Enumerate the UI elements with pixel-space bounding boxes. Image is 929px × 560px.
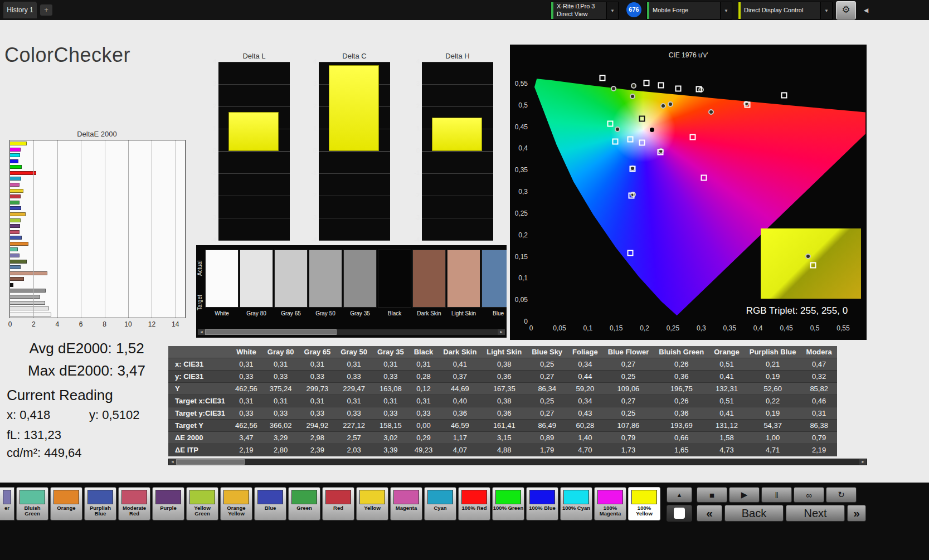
pattern-button[interactable]: Purplish Blue: [84, 487, 116, 520]
target-marker: [628, 137, 634, 143]
cell: 0,33: [262, 371, 299, 383]
cell: 0,33: [262, 407, 299, 420]
gridline: [218, 173, 290, 174]
chevron-down-icon[interactable]: ▼: [820, 2, 832, 19]
pattern-button-label: Orange: [51, 505, 82, 511]
table-row: y: CIE310,330,330,330,330,330,280,370,36…: [168, 371, 837, 383]
pattern-button[interactable]: Purple: [152, 487, 184, 520]
scrollbar-thumb[interactable]: [176, 459, 245, 465]
axis-tick-label: 0,2: [510, 231, 528, 239]
axis-tick-label: 0,4: [748, 324, 767, 332]
gear-icon[interactable]: ⚙: [836, 1, 856, 20]
target-marker: [696, 86, 702, 92]
axis-tick-label: 0,4: [510, 144, 528, 152]
swatch-color-block: [240, 250, 273, 308]
scroll-right-icon[interactable]: ►: [859, 459, 867, 465]
pattern-button-label: 100% Yellow: [629, 505, 660, 517]
pattern-button[interactable]: Cyan: [424, 487, 456, 520]
chevron-down-icon[interactable]: ▼: [606, 2, 618, 19]
pattern-button[interactable]: 100% Cyan: [560, 487, 592, 520]
stop-button[interactable]: ■: [697, 487, 727, 503]
add-tab-button[interactable]: +: [40, 4, 52, 16]
axis-tick-label: 14: [172, 320, 179, 328]
play-button[interactable]: ▶: [729, 487, 760, 503]
pattern-source-dropdown[interactable]: Mobile Forge ▼: [646, 2, 732, 20]
chart-title: Delta C: [318, 52, 391, 60]
pattern-button-label: Purple: [153, 505, 184, 511]
gridline: [218, 218, 290, 218]
scrollbar-track[interactable]: [176, 459, 859, 465]
chart-title: DeltaE 2000: [8, 130, 186, 138]
pattern-button[interactable]: 100% Blue: [526, 487, 558, 520]
cell: 0,25: [603, 407, 654, 420]
tab-history-1[interactable]: History 1: [3, 2, 37, 18]
row-label: x: CIE31: [168, 358, 230, 371]
refresh-button[interactable]: ↻: [826, 487, 857, 503]
de-bar-row: [10, 153, 184, 157]
swatch-strip-scrollbar[interactable]: ◄ ►: [197, 329, 505, 335]
gridline: [319, 218, 390, 218]
pattern-button[interactable]: er: [0, 487, 14, 520]
cell: 0,31: [299, 358, 336, 371]
back-button[interactable]: Back: [724, 505, 784, 522]
measure-marker: [611, 86, 616, 91]
next-button[interactable]: Next: [786, 505, 845, 522]
de-bar: [10, 277, 24, 281]
pattern-button[interactable]: Magenta: [390, 487, 422, 520]
color-swatch: [223, 490, 249, 504]
collapse-panel-icon[interactable]: ◀: [860, 4, 872, 16]
gridline: [218, 240, 290, 241]
pattern-button[interactable]: 100% Magenta: [594, 487, 626, 520]
scrollbar-track[interactable]: [205, 329, 498, 335]
pattern-button[interactable]: Blue: [254, 487, 286, 520]
table-scrollbar[interactable]: ◄ ►: [168, 459, 867, 465]
cell: 0,33: [409, 407, 439, 420]
loop-button[interactable]: ∞: [794, 487, 824, 503]
pattern-button[interactable]: Green: [288, 487, 320, 520]
cie-diagram-panel: CIE 1976 u'v' 0,550,50,450,40,350,30,250…: [510, 45, 867, 340]
gridline: [319, 240, 390, 241]
pattern-button[interactable]: Orange: [50, 487, 82, 520]
last-pattern-button[interactable]: »: [847, 505, 866, 522]
rgb-triplet-label: RGB Triplet: 255, 255, 0: [732, 305, 862, 316]
pattern-button[interactable]: Bluish Green: [16, 487, 48, 520]
target-marker: [644, 80, 650, 86]
pattern-scroll-up-button[interactable]: ▲: [667, 487, 692, 503]
cell: 0,25: [527, 358, 567, 371]
pattern-button[interactable]: 100% Green: [492, 487, 524, 520]
cell: 0,26: [654, 395, 709, 407]
pause-button[interactable]: ‖: [761, 487, 792, 503]
gridline: [152, 140, 152, 318]
scroll-left-icon[interactable]: ◄: [198, 329, 205, 335]
pattern-button[interactable]: 100% Red: [458, 487, 490, 520]
scroll-right-icon[interactable]: ►: [498, 329, 505, 335]
scroll-left-icon[interactable]: ◄: [169, 459, 176, 465]
de-bar-row: [10, 206, 184, 210]
pattern-button[interactable]: 100% Yellow: [628, 487, 660, 520]
row-label: y: CIE31: [168, 371, 230, 383]
cell: 0,31: [230, 395, 262, 407]
swatch-color-block: [447, 250, 480, 308]
axis-tick-label: 0,55: [834, 324, 853, 332]
chevron-down-icon[interactable]: ▼: [720, 2, 732, 19]
scrollbar-thumb[interactable]: [205, 329, 337, 335]
column-header: White: [230, 346, 262, 358]
meter-dropdown[interactable]: X-Rite i1Pro 3 Direct View ▼: [551, 2, 619, 20]
pattern-button[interactable]: Moderate Red: [118, 487, 150, 520]
pattern-button[interactable]: Red: [322, 487, 354, 520]
pattern-window-button[interactable]: [667, 505, 692, 522]
axis-tick-label: 0: [8, 320, 12, 328]
display-control-dropdown[interactable]: Direct Display Control ▼: [738, 2, 833, 20]
color-swatch: [53, 490, 79, 504]
first-pattern-button[interactable]: «: [697, 505, 722, 522]
pattern-button[interactable]: Yellow: [356, 487, 388, 520]
cell: 0,29: [409, 432, 439, 444]
delta-bar: [329, 65, 379, 151]
pattern-button[interactable]: Orange Yellow: [220, 487, 252, 520]
row-label: Target y:CIE31: [168, 407, 230, 420]
cell: 60,28: [567, 420, 603, 432]
swatch-color-block: [274, 250, 308, 308]
de-bar-row: [10, 183, 184, 187]
axis-tick-label: 0,25: [510, 210, 528, 217]
pattern-button[interactable]: Yellow Green: [186, 487, 218, 520]
